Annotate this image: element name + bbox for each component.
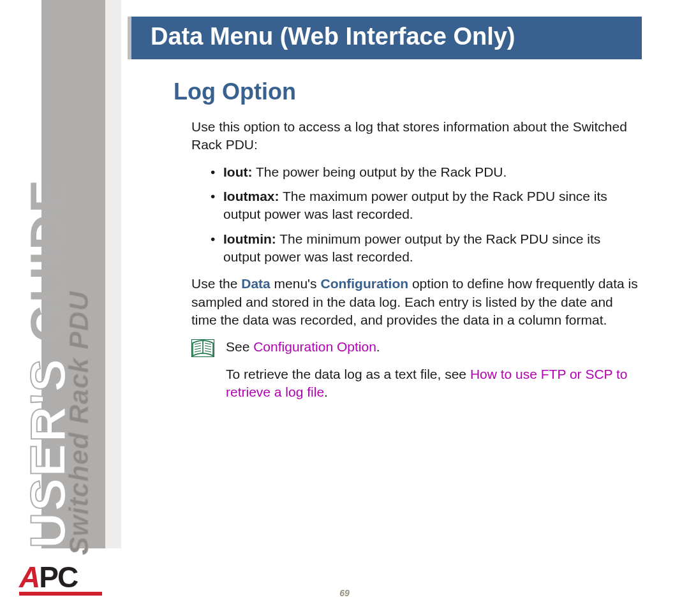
- text: .: [376, 339, 380, 354]
- bullet-term: Ioutmax:: [223, 189, 279, 203]
- page-title: Data Menu (Web Interface Only): [128, 17, 642, 59]
- note-text: See Configuration Option. To retrieve th…: [226, 338, 638, 410]
- text: See: [226, 339, 253, 354]
- book-icon: [191, 339, 214, 357]
- list-item: Ioutmin: The minimum power output by the…: [211, 230, 638, 267]
- page-content: Data Menu (Web Interface Only) Log Optio…: [128, 17, 663, 410]
- intro-paragraph: Use this option to access a log that sto…: [191, 118, 638, 154]
- page-number: 69: [0, 588, 689, 598]
- text: To retrieve the data log as a text file,…: [226, 367, 470, 381]
- configuration-option-link[interactable]: Configuration Option: [253, 339, 376, 354]
- bullet-term: Iout:: [223, 165, 252, 179]
- config-paragraph: Use the Data menu's Configuration option…: [191, 275, 638, 329]
- list-item: Iout: The power being output by the Rack…: [211, 163, 638, 181]
- note-line-1: See Configuration Option.: [226, 338, 638, 356]
- guide-subtitle-vertical: Switched Rack PDU: [64, 291, 94, 555]
- list-item: Ioutmax: The maximum power output by the…: [211, 187, 638, 224]
- bullet-desc: The power being output by the Rack PDU.: [252, 165, 507, 179]
- note-block: See Configuration Option. To retrieve th…: [191, 338, 638, 410]
- configuration-label: Configuration: [320, 276, 408, 291]
- sidebar: USER'S GUIDE Switched Rack PDU APC: [0, 0, 121, 616]
- text: Use the: [191, 276, 241, 291]
- data-label: Data: [241, 276, 270, 291]
- text: menu's: [270, 276, 321, 291]
- bullet-desc: The maximum power output by the Rack PDU…: [223, 189, 607, 221]
- section-heading: Log Option: [174, 78, 663, 105]
- text: .: [324, 385, 328, 399]
- bullet-desc: The minimum power output by the Rack PDU…: [223, 231, 600, 264]
- body-text: Use this option to access a log that sto…: [191, 118, 638, 410]
- bullet-list: Iout: The power being output by the Rack…: [191, 163, 638, 267]
- note-line-2: To retrieve the data log as a text file,…: [226, 365, 638, 402]
- bullet-term: Ioutmin:: [223, 231, 276, 246]
- sidebar-stripe: [105, 0, 121, 548]
